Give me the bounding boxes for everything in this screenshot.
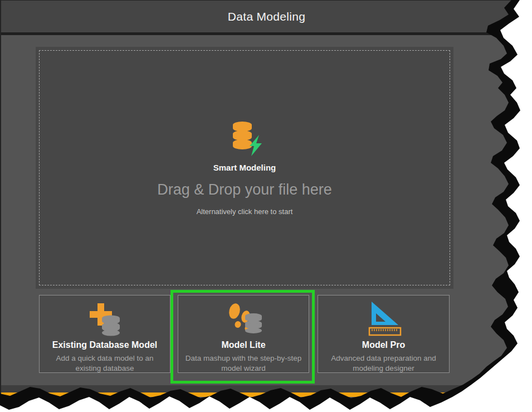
card-title: Existing Database Model <box>52 340 158 350</box>
data-modeling-window: Data Modeling Smart Modeling Drag & Drop… <box>0 0 532 412</box>
database-lightning-icon <box>224 120 265 157</box>
card-title: Model Lite <box>221 340 265 350</box>
window-title: Data Modeling <box>228 10 305 23</box>
dropzone-primary-text: Drag & Drop your file here <box>157 181 332 198</box>
screenshot-stage: Data Modeling Smart Modeling Drag & Drop… <box>0 0 532 412</box>
bottom-accent-stripe <box>1 392 532 397</box>
card-title: Model Pro <box>362 340 405 350</box>
file-dropzone[interactable]: Smart Modeling Drag & Drop your file her… <box>36 47 453 289</box>
card-model-pro[interactable]: Model Pro Advanced data preparation and … <box>318 295 450 373</box>
dropzone-heading: Smart Modeling <box>213 163 276 172</box>
window-footer-strip <box>1 385 532 392</box>
window-titlebar: Data Modeling <box>1 1 532 35</box>
dropzone-secondary-text[interactable]: Alternatively click here to start <box>197 207 293 216</box>
card-model-lite[interactable]: Model Lite Data mashup with the step-by-… <box>178 295 309 373</box>
card-existing-database-model[interactable]: Existing Database Model Add a quick data… <box>39 295 170 373</box>
card-description: Add a quick data model to an existing da… <box>46 353 164 374</box>
card-description: Advanced data preparation and modeling d… <box>325 353 443 374</box>
card-description: Data mashup with the step-by-step model … <box>184 353 302 374</box>
set-square-ruler-icon <box>363 300 405 339</box>
footsteps-database-icon <box>222 301 265 338</box>
plus-database-icon <box>85 301 125 338</box>
